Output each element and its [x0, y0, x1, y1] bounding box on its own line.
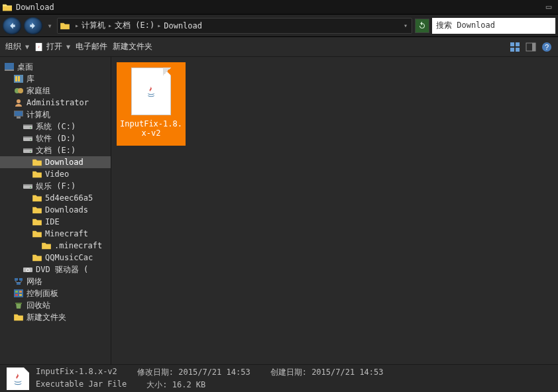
tree-label: 系统 (C:)	[36, 121, 76, 132]
tree-label: Administrator	[27, 98, 89, 107]
breadcrumb-item[interactable]: Download	[164, 21, 202, 30]
tree-item[interactable]: 软件 (D:)	[0, 132, 111, 144]
refresh-button[interactable]	[415, 19, 429, 33]
tree-item[interactable]: 新建文件夹	[0, 311, 111, 323]
forward-button[interactable]	[24, 17, 42, 34]
tree-item[interactable]: IDE	[0, 216, 111, 228]
tree-label: .minecraft	[54, 241, 102, 250]
svg-rect-30	[23, 184, 32, 185]
minimize-button[interactable]: ▭	[539, 0, 558, 13]
tree-item[interactable]: Downloads	[0, 204, 111, 216]
svg-rect-21	[23, 124, 32, 126]
svg-point-25	[30, 139, 31, 140]
tree-item[interactable]: 家庭组	[0, 85, 111, 97]
file-list[interactable]: InputFix-1.8.x-v2	[111, 57, 558, 375]
svg-rect-24	[23, 136, 32, 138]
email-button[interactable]: 电子邮件	[76, 41, 107, 52]
tree-item[interactable]: 回收站	[0, 299, 111, 311]
tree-item[interactable]: Video	[0, 168, 111, 180]
svg-rect-9	[5, 63, 14, 70]
svg-text:?: ?	[545, 43, 549, 51]
tree-item[interactable]: Download	[0, 156, 111, 168]
details-type: Executable Jar File	[36, 379, 127, 391]
help-button[interactable]: ?	[541, 41, 553, 53]
details-pane: InputFix-1.8.x-v2 修改日期: 2015/7/21 14:53 …	[0, 364, 558, 392]
search-input[interactable]: 搜索 Download	[432, 18, 555, 34]
tree-label: 网络	[27, 276, 42, 287]
tree-item[interactable]: DVD 驱动器 (	[0, 264, 111, 275]
chevron-right-icon: ▸	[105, 22, 115, 29]
chevron-down-icon: ▼	[25, 43, 29, 50]
tree-item[interactable]: 文档 (E:)	[0, 144, 111, 156]
tree-item[interactable]: 控制面板	[0, 287, 111, 299]
tree-item[interactable]: 系统 (C:)	[0, 121, 111, 132]
svg-rect-36	[19, 278, 23, 281]
tree-label: 娱乐 (F:)	[36, 181, 76, 192]
svg-rect-42	[19, 294, 22, 296]
view-button[interactable]	[509, 41, 521, 53]
jar-icon	[34, 42, 44, 52]
svg-rect-12	[15, 76, 17, 81]
chevron-down-icon[interactable]: ▾	[404, 22, 409, 29]
details-created: 创建日期: 2015/7/21 14:53	[270, 367, 384, 378]
svg-rect-37	[17, 282, 21, 285]
tree-label: 计算机	[27, 109, 50, 121]
folder-icon	[41, 241, 52, 250]
drive-icon	[23, 134, 33, 143]
back-button[interactable]	[3, 17, 21, 34]
tree-item[interactable]: 5d4eec66a5	[0, 192, 111, 204]
tree-label: Downloads	[45, 205, 88, 215]
preview-pane-button[interactable]	[525, 41, 537, 53]
tree-label: 家庭组	[27, 85, 50, 97]
svg-point-34	[27, 270, 28, 271]
svg-rect-43	[15, 303, 22, 304]
tree-label: 文档 (E:)	[36, 145, 76, 156]
open-button[interactable]: 打开 ▼	[34, 41, 70, 52]
svg-rect-4	[516, 48, 520, 52]
file-label: InputFix-1.8.x-v2	[120, 119, 182, 138]
tree-label: 库	[27, 74, 34, 85]
navbar: ▾ ▸ 计算机 ▸ 文档 (E:) ▸ Download ▾ 搜索 Downlo…	[0, 15, 558, 37]
tree-item[interactable]: 娱乐 (F:)	[0, 180, 111, 192]
address-bar[interactable]: ▸ 计算机 ▸ 文档 (E:) ▸ Download ▾	[57, 18, 412, 34]
window-controls: ▭	[539, 0, 558, 13]
tree-item[interactable]: 计算机	[0, 109, 111, 121]
tree-label: Video	[45, 170, 69, 179]
breadcrumb-item[interactable]: 文档 (E:)	[115, 20, 154, 31]
tree-item[interactable]: Minecraft	[0, 228, 111, 240]
homegroup-icon	[13, 86, 24, 95]
tree-item[interactable]: QQMusicCac	[0, 252, 111, 264]
chevron-right-icon: ▸	[154, 22, 164, 29]
java-icon	[144, 84, 158, 99]
tree-label: 软件 (D:)	[36, 133, 76, 144]
desktop-icon	[4, 62, 15, 72]
user-icon	[13, 98, 24, 107]
svg-rect-10	[5, 70, 14, 71]
tree-label: Minecraft	[45, 229, 88, 238]
tree-item[interactable]: 网络	[0, 275, 111, 287]
search-placeholder: 搜索 Download	[436, 20, 495, 31]
svg-rect-1	[510, 42, 514, 46]
organize-button[interactable]: 组织 ▼	[5, 41, 29, 52]
new-folder-button[interactable]: 新建文件夹	[113, 41, 152, 52]
svg-rect-27	[23, 148, 32, 150]
cpanel-icon	[13, 289, 24, 298]
file-thumbnail	[131, 68, 171, 115]
main-area: 桌面库家庭组Administrator计算机系统 (C:)软件 (D:)文档 (…	[0, 57, 558, 375]
folder-icon	[32, 229, 42, 238]
drive-icon	[23, 122, 33, 131]
file-item[interactable]: InputFix-1.8.x-v2	[117, 62, 186, 146]
details-modified: 修改日期: 2015/7/21 14:53	[137, 367, 251, 378]
tree-item[interactable]: 库	[0, 73, 111, 85]
tree-label: 桌面	[17, 62, 33, 73]
svg-point-22	[30, 127, 31, 128]
history-dropdown[interactable]: ▾	[45, 21, 54, 30]
tree-label: IDE	[45, 217, 60, 226]
folder-icon	[32, 253, 42, 262]
tree-label: 5d4eec66a5	[45, 193, 93, 203]
navigation-tree: 桌面库家庭组Administrator计算机系统 (C:)软件 (D:)文档 (…	[0, 57, 111, 375]
tree-item[interactable]: 桌面	[0, 61, 111, 73]
tree-item[interactable]: .minecraft	[0, 240, 111, 252]
tree-item[interactable]: Administrator	[0, 97, 111, 109]
breadcrumb-item[interactable]: 计算机	[82, 20, 105, 31]
